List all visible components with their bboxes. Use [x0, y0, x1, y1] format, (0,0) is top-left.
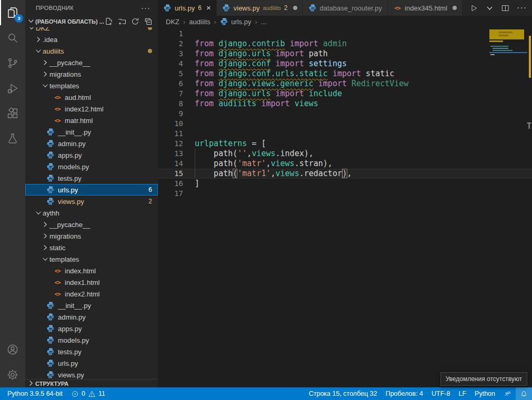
eol-status[interactable]: LF [454, 387, 470, 400]
code-line-3[interactable]: 3from django.urls import path [158, 49, 532, 59]
tree-item-urls.py[interactable]: urls.py [25, 357, 158, 369]
tree-item-migrations[interactable]: migrations [25, 230, 158, 242]
activity-item-search[interactable] [0, 25, 25, 50]
tree-item-__init__.py[interactable]: __init__.py [25, 126, 158, 138]
code-line-4[interactable]: 4from django.conf import settings [158, 59, 532, 69]
tree-item-.idea[interactable]: .idea [25, 34, 158, 45]
tree-item-label: admin.py [58, 313, 86, 321]
feedback-icon [504, 390, 511, 398]
tree-item-DKZ[interactable]: DKZ [25, 27, 158, 34]
html-icon: <> [53, 116, 62, 125]
run-dropdown[interactable] [485, 4, 494, 13]
tree-item-models.py[interactable]: models.py [25, 334, 158, 346]
tree-item-apps.py[interactable]: apps.py [25, 323, 158, 334]
new-file-button[interactable] [105, 17, 113, 26]
tree-item-index12.html[interactable]: <>index12.html [25, 103, 158, 115]
feedback-status[interactable] [499, 387, 516, 400]
tree-item-templates[interactable]: templates [25, 253, 158, 265]
code-line-9[interactable]: 9 [158, 109, 532, 119]
tree-item-index1.html[interactable]: <>index1.html [25, 276, 158, 288]
code-line-14[interactable]: 14 path('matr',views.stran), [158, 159, 532, 169]
activity-item-run-and-debug[interactable] [0, 76, 25, 101]
activity-item-source-control[interactable] [0, 50, 25, 76]
tab-label: urls.py [175, 4, 195, 12]
run-button[interactable] [469, 4, 478, 13]
python-version-status[interactable]: Python 3.9.5 64-bit [3, 387, 67, 400]
tab-urls.py[interactable]: urls.py6× [158, 0, 217, 16]
dirty-dot-icon [293, 6, 297, 10]
tree-item-admin.py[interactable]: admin.py [25, 138, 158, 149]
code-text: path('matr1',views.redactor), [195, 169, 352, 179]
code-line-16[interactable]: 16] [158, 179, 532, 189]
activity-item-extensions[interactable] [0, 101, 25, 126]
tab-index345.html[interactable]: <>index345.html [388, 0, 463, 16]
tree-item-static[interactable]: static [25, 242, 158, 253]
code-line-5[interactable]: 5from django.conf.urls.static import sta… [158, 69, 532, 79]
code-line-11[interactable]: 11 [158, 129, 532, 139]
code-line-7[interactable]: 7from django.urls import include [158, 89, 532, 99]
tree-item-__init__.py[interactable]: __init__.py [25, 300, 158, 311]
tree-item-views.py[interactable]: views.py [25, 369, 158, 379]
close-tab-icon[interactable]: × [206, 4, 211, 12]
split-editor-button[interactable] [501, 4, 510, 13]
tree-item-matr.html[interactable]: <>matr.html [25, 115, 158, 126]
main-area: 3 ПРОВОДНИК ··· (РАБОЧАЯ ОБЛАСТЬ) ... DK… [0, 0, 532, 387]
problems-status[interactable]: 011 [67, 387, 109, 400]
outline-section-header[interactable]: СТРУКТУРА [25, 379, 158, 387]
new-folder-button[interactable] [118, 17, 126, 26]
code-line-6[interactable]: 6from django.views.generic import Redire… [158, 79, 532, 89]
tree-item-audiiits[interactable]: audiiits [25, 45, 158, 57]
tree-item-index.html[interactable]: <>index.html [25, 265, 158, 276]
code-line-10[interactable]: 10 [158, 119, 532, 129]
tab-database_roouter.py[interactable]: database_roouter.py [303, 0, 388, 16]
views-and-more-actions-button[interactable]: ··· [141, 5, 150, 11]
tree-item-templates[interactable]: templates [25, 80, 158, 91]
activity-item-explorer[interactable]: 3 [0, 0, 25, 25]
code-line-12[interactable]: 12urlpatterns = [ [158, 139, 532, 149]
tree-item-label: __init__.py [58, 128, 91, 136]
workspace-section-header[interactable]: (РАБОЧАЯ ОБЛАСТЬ) ... [25, 16, 158, 27]
code-line-1[interactable]: 1 [158, 29, 532, 39]
tree-item-__pycache__[interactable]: __pycache__ [25, 219, 158, 230]
tree-item-urls.py[interactable]: urls.py6 [25, 184, 158, 196]
tree-item-index2.html[interactable]: <>index2.html [25, 288, 158, 300]
more-actions-button[interactable]: ··· [517, 5, 527, 11]
code-line-15[interactable]: 15 path('matr1',views.redactor), [158, 169, 532, 179]
tree-item-__pycache__[interactable]: __pycache__ [25, 57, 158, 68]
cursor-position-status[interactable]: Строка 15, столбец 32 [305, 387, 382, 400]
breadcrumb-item-urls.py[interactable]: urls.py [220, 17, 251, 26]
encoding-status[interactable]: UTF-8 [427, 387, 454, 400]
activity-item-accounts[interactable] [0, 337, 25, 362]
breadcrumb-item-...[interactable]: ... [261, 18, 267, 26]
tab-views.py[interactable]: views.pyaudiiits2 [217, 0, 303, 16]
activity-item-testing[interactable] [0, 126, 25, 151]
tree-item-migrations[interactable]: migrations [25, 68, 158, 80]
minimap[interactable] [489, 29, 527, 93]
collapse-folders-button[interactable] [144, 17, 153, 26]
language-mode-status[interactable]: Python [470, 387, 499, 400]
tree-item-label: apps.py [58, 151, 82, 159]
tree-item-models.py[interactable]: models.py [25, 161, 158, 172]
code-line-13[interactable]: 13 path('',views.index), [158, 149, 532, 159]
tree-item-aud.html[interactable]: <>aud.html [25, 91, 158, 103]
tree-item-admin.py[interactable]: admin.py [25, 311, 158, 323]
breadcrumb-item-audiiits[interactable]: audiiits [189, 18, 210, 26]
tree-item-tests.py[interactable]: tests.py [25, 346, 158, 357]
tree-item-apps.py[interactable]: apps.py [25, 149, 158, 161]
tree-item-tests.py[interactable]: tests.py [25, 172, 158, 184]
python-icon [46, 313, 55, 321]
code-token: , [266, 159, 270, 168]
breadcrumb-item-DKZ[interactable]: DKZ [166, 18, 179, 26]
notifications-bell[interactable] [516, 387, 532, 400]
tree-item-views.py[interactable]: views.py2 [25, 196, 158, 207]
tree-item-aythh[interactable]: aythh [25, 207, 158, 219]
indentation-status[interactable]: Пробелов: 4 [382, 387, 427, 400]
activity-item-settings[interactable] [0, 362, 25, 387]
overview-ruler[interactable]: T [527, 0, 532, 387]
code-line-17[interactable]: 17 [158, 189, 532, 199]
code-token: path( [195, 159, 237, 168]
refresh-explorer-button[interactable] [131, 17, 139, 26]
code-line-8[interactable]: 8from audiiits import views [158, 99, 532, 109]
code-editor[interactable]: 12from django.contrib import admin3from … [158, 27, 532, 387]
code-line-2[interactable]: 2from django.contrib import admin [158, 39, 532, 49]
